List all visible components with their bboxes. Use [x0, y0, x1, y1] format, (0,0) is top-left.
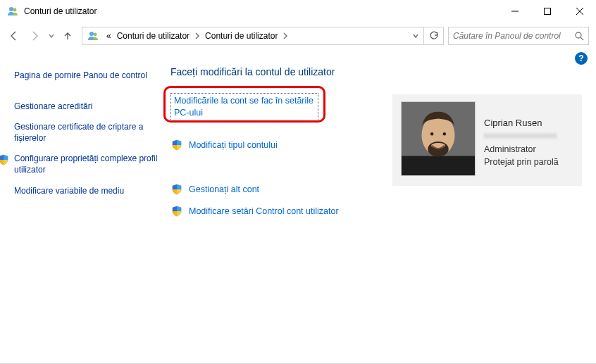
svg-point-3	[576, 32, 581, 38]
search-input[interactable]	[449, 31, 570, 41]
shield-icon	[170, 184, 183, 195]
sidebar-item-env-vars[interactable]: Modificare variabile de mediu	[13, 181, 161, 202]
up-button[interactable]	[58, 26, 77, 46]
forward-button[interactable]	[25, 26, 45, 46]
account-card: Ciprian Rusen xxxxxxxxxxxxxxxx Administr…	[392, 94, 582, 186]
refresh-button[interactable]	[423, 27, 443, 44]
search-box[interactable]	[448, 27, 589, 45]
history-dropdown[interactable]	[46, 32, 56, 39]
page-title: Faceți modificări la contul de utilizato…	[170, 66, 583, 77]
users-icon	[85, 28, 101, 44]
sidebar-item-advanced-profile[interactable]: Configurare proprietăți complexe profil …	[13, 149, 161, 180]
svg-point-10	[443, 132, 447, 136]
svg-point-9	[430, 132, 434, 136]
search-icon[interactable]	[570, 31, 588, 41]
breadcrumb-prefix[interactable]: «	[104, 27, 114, 44]
chevron-right-icon[interactable]	[192, 27, 202, 44]
avatar	[401, 101, 476, 176]
sidebar-item-credentials[interactable]: Gestionare acreditări	[13, 96, 161, 118]
minimize-button[interactable]	[499, 0, 531, 23]
account-name: Ciprian Rusen	[484, 117, 573, 130]
link-manage-another-account[interactable]: Gestionați alt cont	[189, 184, 259, 196]
sidebar-item-label: Configurare proprietăți complexe profil …	[14, 153, 161, 175]
link-uac-settings[interactable]: Modificare setări Control cont utilizato…	[189, 206, 339, 218]
help-row: ?	[0, 49, 596, 65]
users-icon	[6, 4, 20, 18]
address-bar[interactable]: « Conturi de utilizator Conturi de utili…	[82, 27, 444, 45]
maximize-button[interactable]	[531, 0, 564, 23]
titlebar: Conturi de utilizator	[0, 0, 596, 23]
breadcrumb-item[interactable]: Conturi de utilizator	[114, 27, 192, 44]
back-button[interactable]	[4, 26, 24, 46]
sidebar-item-certificates[interactable]: Gestionare certificate de criptare a fiș…	[13, 117, 161, 149]
help-button[interactable]: ?	[575, 52, 588, 65]
sidebar: Pagina de pornire Panou de control Gesti…	[13, 65, 161, 217]
link-change-in-settings[interactable]: Modificările la cont se fac în setările …	[174, 95, 315, 119]
account-info: Ciprian Rusen xxxxxxxxxxxxxxxx Administr…	[484, 101, 573, 179]
shield-icon	[0, 153, 10, 165]
navbar: « Conturi de utilizator Conturi de utili…	[0, 23, 596, 49]
link-change-account-type[interactable]: Modificați tipul contului	[189, 139, 278, 151]
account-email-blurred: xxxxxxxxxxxxxxxx	[484, 130, 573, 142]
breadcrumb-item[interactable]: Conturi de utilizator	[202, 27, 280, 44]
chevron-right-icon[interactable]	[280, 27, 290, 44]
window-controls	[499, 0, 596, 23]
sidebar-home-link[interactable]: Pagina de pornire Panou de control	[13, 65, 161, 87]
svg-rect-2	[545, 8, 551, 14]
shield-icon	[170, 206, 183, 217]
shield-icon	[170, 139, 183, 151]
window-title: Conturi de utilizator	[24, 6, 97, 16]
close-button[interactable]	[564, 0, 596, 23]
address-dropdown[interactable]	[408, 27, 423, 44]
account-protection: Protejat prin parolă	[484, 156, 573, 168]
account-role: Administrator	[484, 143, 573, 156]
